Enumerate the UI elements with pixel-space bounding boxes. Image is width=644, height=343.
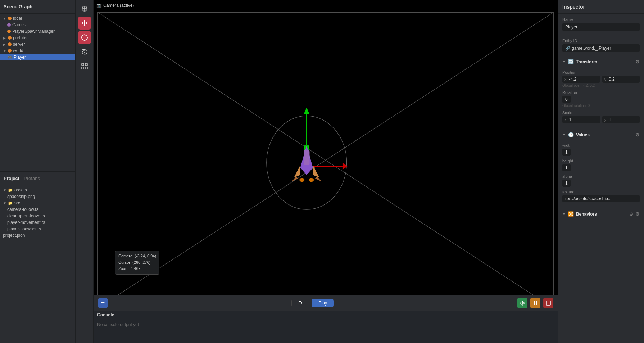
tree-arrow-prefabs: ▶ <box>3 36 6 40</box>
entityid-row: 🔗 game.world._.Player <box>562 44 640 52</box>
tree-arrow-src: ▼ <box>3 201 6 205</box>
tool-lasso[interactable] <box>78 45 91 58</box>
console-content: No console output yet <box>94 319 558 330</box>
alpha-label: alpha <box>562 174 640 179</box>
svg-marker-21 <box>313 165 319 177</box>
tool-rotate[interactable] <box>78 31 91 44</box>
tree-item-player-spawner[interactable]: player-spawner.ts <box>0 226 75 232</box>
svg-rect-27 <box>534 301 535 305</box>
transform-body: Position x: -4.2 y: 0.2 Global pos: -4.2… <box>558 67 644 129</box>
toolbar-orange-icon[interactable] <box>530 298 540 308</box>
scale-y-label: y: <box>604 117 608 122</box>
rotation-field: Rotation 0 Global rotation: 0 <box>562 90 640 108</box>
right-panel: Inspector Name Player Entity ID 🔗 game.w… <box>558 0 644 343</box>
values-header[interactable]: ▼ 🕐 Values ⚙ <box>558 129 644 140</box>
behaviors-chevron: ▼ <box>562 212 566 216</box>
texture-value[interactable]: res://assets/spaceship.... <box>562 195 640 202</box>
scene-graph-title: Scene Graph <box>4 4 32 9</box>
behaviors-header[interactable]: ▼ 🔀 Behaviors ⊕ ⚙ <box>558 208 644 220</box>
transform-gear-icon[interactable]: ⚙ <box>635 59 640 64</box>
height-field: height 1 <box>562 159 640 171</box>
tree-icon-psm <box>7 30 11 33</box>
tree-arrow-local: ▼ <box>3 17 6 20</box>
tree-item-src[interactable]: ▼ 📁 src <box>0 200 75 206</box>
toolbar-green-icon[interactable] <box>517 298 527 308</box>
add-icon: + <box>101 299 105 307</box>
tree-item-assets[interactable]: ▼ 📁 assets <box>0 187 75 193</box>
svg-rect-6 <box>85 67 87 69</box>
edit-play-group: Edit Play <box>291 299 334 307</box>
tree-item-local[interactable]: ▼ local <box>0 15 75 22</box>
scale-x-field[interactable]: x: 1 <box>562 116 600 123</box>
entityid-value: game.world._.Player <box>572 46 611 51</box>
values-component: ▼ 🕐 Values ⚙ width 1 height 1 alpha 1 <box>558 129 644 208</box>
svg-point-26 <box>522 302 523 304</box>
tree-arrow-world: ▼ <box>3 49 6 53</box>
tool-grid[interactable] <box>78 60 91 73</box>
tree-label-player: Player <box>14 55 26 60</box>
tree-item-camera-follow[interactable]: camera-follow.ts <box>0 206 75 213</box>
tooltip-cursor: Cursor: (260, 276) <box>118 259 156 266</box>
position-x-label: x: <box>564 77 568 81</box>
tree-item-playerspawnmanager[interactable]: PlayerSpawnManager <box>0 28 75 35</box>
position-x-field[interactable]: x: -4.2 <box>562 76 600 83</box>
height-label: height <box>562 159 640 163</box>
values-gear-icon[interactable]: ⚙ <box>635 132 640 137</box>
scene-graph-header: Scene Graph <box>0 0 75 14</box>
transform-header[interactable]: ▼ 🔄 Transform ⚙ <box>558 56 644 67</box>
behaviors-component: ▼ 🔀 Behaviors ⊕ ⚙ <box>558 208 644 220</box>
edit-button[interactable]: Edit <box>292 299 312 307</box>
tab-project[interactable]: Project <box>4 175 19 182</box>
name-value[interactable]: Player <box>562 23 640 31</box>
tree-item-server[interactable]: ▶ server <box>0 41 75 48</box>
tab-prefabs[interactable]: Prefabs <box>24 175 40 182</box>
right-toolbar-icons <box>517 298 553 308</box>
scale-label: Scale <box>562 110 640 115</box>
tree-label-camera-follow: camera-follow.ts <box>7 207 38 212</box>
scale-y-field[interactable]: y: 1 <box>602 116 640 123</box>
global-rotation-label: Global rotation: 0 <box>562 104 640 108</box>
play-button[interactable]: Play <box>312 299 334 307</box>
tree-icon-camera <box>7 23 11 27</box>
tree-icon-local <box>8 17 12 20</box>
global-pos-label: Global pos: -4.2, 0.2 <box>562 84 640 87</box>
add-entity-button[interactable]: + <box>98 298 108 308</box>
rotation-label: Rotation <box>562 90 640 95</box>
position-y-field[interactable]: y: 0.2 <box>602 76 640 83</box>
alpha-value[interactable]: 1 <box>562 180 571 187</box>
tree-item-player-movement[interactable]: player-movement.ts <box>0 219 75 226</box>
tree-item-world[interactable]: ▼ world <box>0 48 75 54</box>
entityid-label: Entity ID <box>562 39 640 43</box>
tree-item-player[interactable]: 🎮 Player <box>0 54 75 60</box>
height-value[interactable]: 1 <box>562 164 571 171</box>
left-panel: Scene Graph ▼ local Camera PlayerSpawnMa… <box>0 0 76 343</box>
alpha-field: alpha 1 <box>562 174 640 187</box>
tree-label-player-movement: player-movement.ts <box>7 220 45 225</box>
behaviors-name: Behaviors <box>576 212 627 217</box>
project-tabs: Project Prefabs <box>0 172 75 185</box>
tree-item-prefabs[interactable]: ▶ prefabs <box>0 35 75 41</box>
svg-marker-24 <box>292 176 298 181</box>
tree-item-spaceship[interactable]: spaceship.png <box>0 193 75 200</box>
center-area: 📷 Camera (active) <box>76 0 558 343</box>
tree-item-camera[interactable]: Camera <box>0 22 75 28</box>
svg-point-17 <box>299 178 304 182</box>
tool-select[interactable] <box>78 2 91 15</box>
tree-item-cleanup[interactable]: cleanup-on-leave.ts <box>0 213 75 219</box>
rotation-value[interactable]: 0 <box>562 96 571 103</box>
values-icon: 🕐 <box>568 132 574 137</box>
svg-rect-29 <box>546 301 550 305</box>
behaviors-add-icon[interactable]: ⊕ <box>629 211 633 217</box>
width-label: width <box>562 143 640 148</box>
tool-move[interactable] <box>78 17 91 30</box>
tree-label-assets: assets <box>14 188 27 193</box>
transform-component: ▼ 🔄 Transform ⚙ Position x: -4.2 y: 0.2 <box>558 56 644 129</box>
tree-item-project-json[interactable]: project.json <box>0 232 75 239</box>
svg-rect-3 <box>82 63 84 66</box>
canvas-area[interactable]: 📷 Camera (active) <box>94 0 558 311</box>
inspector-header: Inspector <box>558 0 644 14</box>
toolbar-red-icon[interactable] <box>543 298 553 308</box>
width-value[interactable]: 1 <box>562 149 571 156</box>
values-body: width 1 height 1 alpha 1 texture res://a… <box>558 140 644 208</box>
behaviors-gear-icon[interactable]: ⚙ <box>635 211 640 217</box>
